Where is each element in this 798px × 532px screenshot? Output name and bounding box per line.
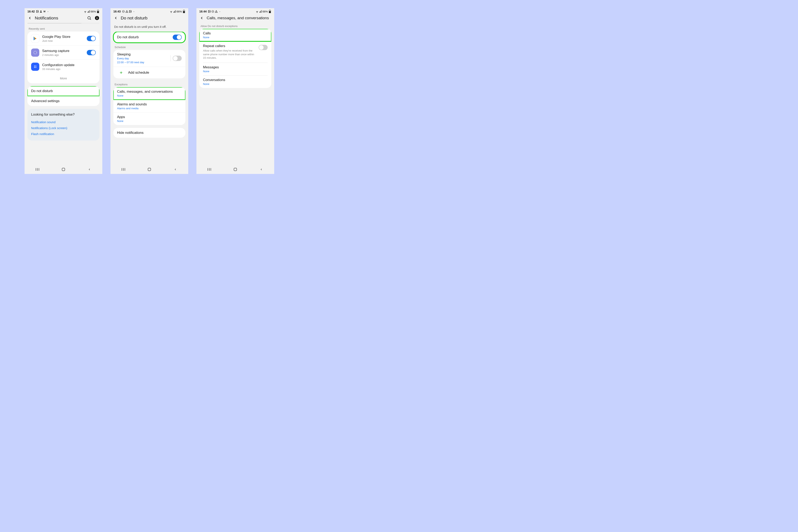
- calls-row[interactable]: Calls None: [199, 29, 271, 41]
- search-button[interactable]: [87, 16, 92, 20]
- svg-rect-10: [97, 11, 99, 13]
- svg-point-29: [130, 11, 130, 11]
- app-row-samsung-capture[interactable]: Samsung capture 2 minutes ago: [27, 45, 99, 59]
- home-button[interactable]: [146, 167, 152, 171]
- messages-row[interactable]: Messages None: [199, 63, 271, 75]
- repeat-toggle[interactable]: [259, 45, 268, 50]
- hide-card: Hide notifications: [113, 128, 185, 138]
- more-dot-icon: •: [218, 10, 222, 13]
- svg-rect-37: [183, 11, 185, 13]
- exceptions-card: Calls None Repeat callers Allow calls wh…: [199, 29, 271, 88]
- svg-rect-33: [175, 11, 175, 13]
- svg-point-17: [35, 66, 36, 66]
- app-row-play-store[interactable]: Google Play Store Just now: [27, 32, 99, 45]
- nav-bar: [111, 165, 188, 174]
- recents-button[interactable]: [120, 167, 127, 171]
- signal-icon: [173, 10, 176, 13]
- apps-row[interactable]: Apps None: [113, 112, 185, 125]
- sleeping-row[interactable]: Sleeping Every day 22:00 ~ 07:00 next da…: [113, 50, 185, 67]
- more-dot-icon: •: [132, 10, 135, 13]
- row-sub: Alarms and media: [117, 107, 182, 110]
- svg-rect-49: [260, 12, 260, 13]
- do-not-disturb-row[interactable]: Do not disturb: [27, 86, 99, 96]
- back-button[interactable]: [27, 16, 32, 20]
- back-button[interactable]: [199, 16, 204, 20]
- link-notification-sound[interactable]: Notification sound: [31, 119, 96, 125]
- svg-rect-23: [62, 168, 65, 171]
- add-schedule-row[interactable]: + Add schedule: [113, 67, 185, 78]
- recents-button[interactable]: [206, 167, 212, 171]
- dnd-toggle-card: Do not disturb: [113, 32, 185, 43]
- advanced-settings-row[interactable]: Advanced settings: [27, 96, 99, 106]
- app-toggle[interactable]: [87, 36, 96, 41]
- app-row-config-update[interactable]: Configuration update 33 minutes ago: [27, 59, 99, 74]
- title-bar: Calls, messages, and conversations: [196, 14, 274, 23]
- person-icon: [39, 10, 42, 13]
- settings-card: Do not disturb Advanced settings: [27, 86, 99, 106]
- wifi-icon: [84, 10, 87, 13]
- svg-point-18: [34, 67, 35, 68]
- info-button[interactable]: [95, 16, 99, 20]
- home-button[interactable]: [60, 167, 66, 171]
- dnd-toggle[interactable]: [173, 35, 182, 40]
- image-icon: [208, 10, 211, 13]
- nav-back-button[interactable]: [172, 167, 178, 171]
- looking-heading: Looking for something else?: [31, 113, 96, 117]
- svg-rect-7: [90, 10, 90, 13]
- row-label: Sleeping: [117, 52, 168, 56]
- link-notifications-lock[interactable]: Notifications (Lock screen): [31, 125, 96, 131]
- screen-calls-messages: 16:44 • 66% Calls, messages, and convers…: [196, 8, 274, 174]
- app-toggle[interactable]: [87, 50, 96, 55]
- app-time: 33 minutes ago: [42, 68, 96, 71]
- row-sub: None: [117, 119, 182, 122]
- svg-point-13: [97, 17, 97, 17]
- image-icon: [36, 10, 39, 13]
- app-name: Samsung capture: [42, 49, 84, 53]
- row-label: Do not disturb: [31, 89, 96, 93]
- svg-rect-31: [173, 12, 174, 13]
- screen-do-not-disturb: 16:43 • 66% Do not disturb Do not distur…: [111, 8, 188, 174]
- image-icon: [129, 10, 132, 13]
- warning-icon: [126, 10, 129, 13]
- sleeping-sub1: Every day: [117, 57, 168, 60]
- page-title: Do not disturb: [121, 16, 185, 20]
- svg-rect-55: [269, 11, 270, 13]
- recents-button[interactable]: [34, 167, 40, 171]
- calls-messages-row[interactable]: Calls, messages, and conversations None: [113, 87, 185, 100]
- row-label: Calls: [203, 31, 268, 35]
- svg-point-16: [34, 66, 35, 66]
- dnd-toggle-row[interactable]: Do not disturb: [113, 32, 185, 43]
- battery-percent: 66%: [176, 10, 182, 13]
- schedule-card: Sleeping Every day 22:00 ~ 07:00 next da…: [113, 50, 185, 78]
- page-title: Notifications: [35, 16, 84, 20]
- hide-notifications-row[interactable]: Hide notifications: [113, 128, 185, 138]
- exceptions-card: Calls, messages, and conversations None …: [113, 87, 185, 125]
- home-button[interactable]: [232, 167, 239, 171]
- svg-rect-6: [89, 11, 89, 13]
- nav-back-button[interactable]: [86, 167, 93, 171]
- schedule-label: Schedule: [113, 44, 185, 50]
- svg-rect-54: [269, 10, 270, 10]
- sleeping-toggle[interactable]: [173, 56, 182, 61]
- repeat-callers-row[interactable]: Repeat callers Allow calls when they're …: [199, 41, 271, 63]
- nav-back-button[interactable]: [258, 167, 264, 171]
- battery-icon: [182, 10, 185, 13]
- clock: 16:42: [27, 10, 35, 13]
- exceptions-label: Exceptions: [113, 81, 185, 87]
- battery-icon: [96, 10, 99, 13]
- row-label: Advanced settings: [31, 99, 96, 103]
- back-button[interactable]: [113, 16, 118, 20]
- row-label: Messages: [203, 65, 268, 69]
- svg-rect-4: [88, 12, 88, 13]
- svg-point-11: [88, 17, 91, 19]
- status-bar: 16:44 • 66%: [196, 8, 274, 14]
- dnd-status-icon: [211, 10, 214, 13]
- conversations-row[interactable]: Conversations None: [199, 76, 271, 88]
- svg-rect-36: [184, 10, 184, 10]
- gmail-icon: M: [43, 10, 46, 13]
- link-flash-notification[interactable]: Flash notification: [31, 131, 96, 137]
- more-button[interactable]: More: [27, 74, 99, 83]
- alarms-sounds-row[interactable]: Alarms and sounds Alarms and media: [113, 100, 185, 112]
- svg-rect-5: [88, 11, 89, 13]
- scroll-indicator: [27, 23, 99, 23]
